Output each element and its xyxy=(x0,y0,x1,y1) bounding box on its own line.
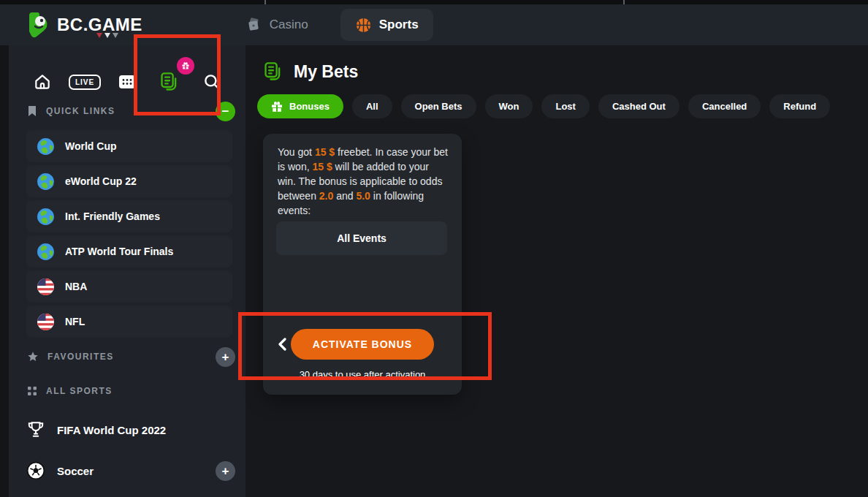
gift-badge-icon xyxy=(177,57,194,75)
filter-label: Cancelled xyxy=(702,101,747,112)
trophy-icon xyxy=(26,420,45,439)
sidebar-item-label: Int. Friendly Games xyxy=(65,210,160,222)
sidebar-item-label: eWorld Cup 22 xyxy=(65,175,137,187)
sidebar: LIVE xyxy=(9,45,245,497)
filter-won[interactable]: Won xyxy=(485,94,533,118)
home-icon[interactable] xyxy=(26,66,58,98)
all-sports-header: ALL SPORTS xyxy=(27,386,113,396)
sidebar-item-world-cup[interactable]: World Cup xyxy=(26,130,232,162)
globe-icon xyxy=(37,208,55,226)
activate-bonus-button[interactable]: ACTIVATE BONUS xyxy=(291,329,434,360)
soccer-ball-icon xyxy=(26,461,45,480)
live-events-icon[interactable]: LIVE xyxy=(69,66,101,98)
sidebar-item-label: NFL xyxy=(65,316,85,327)
filter-label: Won xyxy=(499,101,519,112)
filter-label: Refund xyxy=(783,101,816,112)
add-favourite-button[interactable]: + xyxy=(216,347,235,367)
quick-links-title: QUICK LINKS xyxy=(46,106,115,116)
sidebar-item-label: World Cup xyxy=(65,140,117,152)
add-soccer-button[interactable]: + xyxy=(216,461,235,481)
filter-label: All xyxy=(366,101,378,112)
pennant-flags-icon xyxy=(96,33,118,38)
tab-casino[interactable]: Casino xyxy=(245,16,308,34)
search-icon[interactable] xyxy=(196,66,228,98)
filter-cashed-out[interactable]: Cashed Out xyxy=(598,94,679,118)
brand-logo[interactable]: BC.GAME xyxy=(26,11,142,39)
page-title: My Bets xyxy=(263,61,358,82)
sidebar-item-nfl[interactable]: NFL xyxy=(26,306,232,338)
filter-lost[interactable]: Lost xyxy=(541,94,589,118)
activation-note: 30 days to use after activation xyxy=(263,369,462,380)
live-label: LIVE xyxy=(69,75,101,90)
us-flag-icon xyxy=(37,278,55,296)
globe-icon xyxy=(37,172,55,191)
tab-sports[interactable]: Sports xyxy=(340,9,433,41)
us-flag-icon xyxy=(37,313,55,331)
sidebar-icon-row: LIVE xyxy=(9,63,245,101)
tab-sports-label: Sports xyxy=(379,18,419,32)
all-events-label: All Events xyxy=(337,232,387,244)
bookmark-icon xyxy=(27,105,37,117)
plus-icon: + xyxy=(222,350,229,365)
app-window: BC.GAME Casino Sports xyxy=(0,0,868,497)
page-title-label: My Bets xyxy=(294,62,358,82)
gift-icon xyxy=(271,101,283,113)
filter-all[interactable]: All xyxy=(352,94,392,118)
my-bets-icon[interactable] xyxy=(153,66,186,98)
grid-icon xyxy=(27,386,37,396)
star-icon xyxy=(27,351,39,363)
sidebar-item-fifa-world-cup[interactable]: FIFA World Cup 2022 xyxy=(26,418,232,441)
plus-icon: + xyxy=(222,464,229,479)
filter-label: Lost xyxy=(555,101,575,112)
collapse-quick-links-button[interactable]: − xyxy=(216,102,235,121)
filter-label: Cashed Out xyxy=(612,101,666,112)
bonus-description: You got 15 $ freebet. In case your bet i… xyxy=(278,145,449,218)
sidebar-item-label: NBA xyxy=(65,281,87,292)
filter-cancelled[interactable]: Cancelled xyxy=(688,94,761,118)
filter-open-bets[interactable]: Open Bets xyxy=(401,94,476,118)
activate-row: ACTIVATE BONUS xyxy=(263,329,462,360)
filter-label: Bonuses xyxy=(289,101,330,112)
sidebar-item-nba[interactable]: NBA xyxy=(26,270,232,303)
chevron-left-icon[interactable] xyxy=(278,338,286,351)
basketball-icon xyxy=(355,17,372,34)
main-content: My Bets Bonuses All Open Bets Won Lost C… xyxy=(245,45,868,497)
sidebar-item-int-friendly[interactable]: Int. Friendly Games xyxy=(26,200,232,232)
sidebar-item-atp-finals[interactable]: ATP World Tour Finals xyxy=(26,235,232,268)
casino-dice-icon xyxy=(245,16,262,34)
filter-refund[interactable]: Refund xyxy=(769,94,830,118)
filter-label: Open Bets xyxy=(415,101,462,112)
quick-links-header: QUICK LINKS xyxy=(27,105,115,117)
top-header: BC.GAME Casino Sports xyxy=(0,4,868,45)
filter-bonuses[interactable]: Bonuses xyxy=(257,94,343,118)
sidebar-item-label: ATP World Tour Finals xyxy=(65,246,173,257)
globe-icon xyxy=(37,137,55,156)
all-events-button[interactable]: All Events xyxy=(276,221,447,255)
bonus-card: You got 15 $ freebet. In case your bet i… xyxy=(263,134,462,395)
filter-chips: Bonuses All Open Bets Won Lost Cashed Ou… xyxy=(257,94,830,118)
tab-casino-label: Casino xyxy=(270,18,308,32)
favourites-title: FAVOURITES xyxy=(47,352,114,362)
my-bets-icon xyxy=(263,61,283,82)
globe-icon xyxy=(37,243,55,261)
sidebar-item-label: FIFA World Cup 2022 xyxy=(57,424,166,436)
minus-icon: − xyxy=(222,105,229,119)
sidebar-item-eworld-cup[interactable]: eWorld Cup 22 xyxy=(26,165,232,197)
favourites-header: FAVOURITES xyxy=(27,351,114,363)
sidebar-item-label: Soccer xyxy=(57,465,94,477)
virtual-sports-icon[interactable] xyxy=(111,66,143,98)
sidebar-item-soccer[interactable]: Soccer xyxy=(26,459,232,482)
brand-name: BC.GAME xyxy=(57,15,142,35)
all-sports-title: ALL SPORTS xyxy=(46,386,113,396)
brand-logo-icon xyxy=(26,11,51,39)
